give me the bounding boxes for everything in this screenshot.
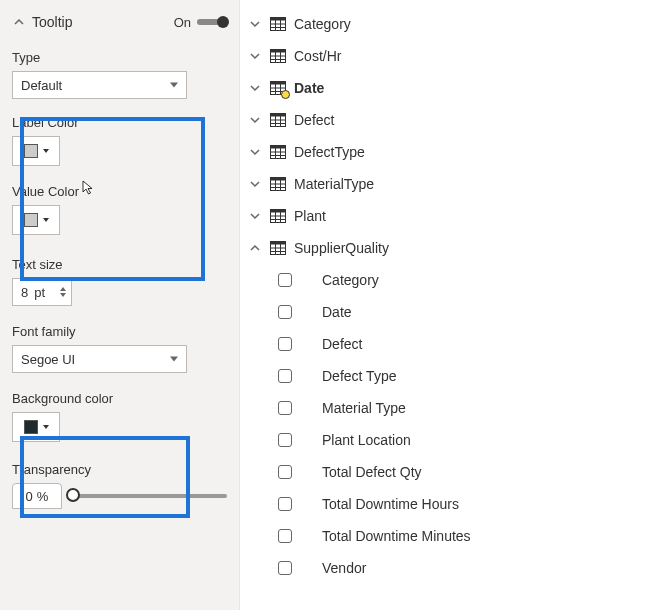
toggle-track xyxy=(197,19,227,25)
transparency-input[interactable]: 0 % xyxy=(12,483,62,509)
table-name: Defect xyxy=(294,112,334,128)
transparency-unit: % xyxy=(37,489,49,504)
field-row[interactable]: Total Defect Qty xyxy=(240,456,648,488)
type-select[interactable]: Default xyxy=(12,71,187,99)
type-value: Default xyxy=(21,78,62,93)
field-name: Total Defect Qty xyxy=(322,464,422,480)
value-color-swatch xyxy=(24,213,38,227)
table-name: MaterialType xyxy=(294,176,374,192)
bg-color-swatch xyxy=(24,420,38,434)
table-row[interactable]: SupplierQuality xyxy=(240,232,648,264)
font-family-select[interactable]: Segoe UI xyxy=(12,345,187,373)
field-row[interactable]: Category xyxy=(240,264,648,296)
field-name: Vendor xyxy=(322,560,366,576)
field-row[interactable]: Defect xyxy=(240,328,648,360)
table-name: Cost/Hr xyxy=(294,48,341,64)
text-size-input[interactable]: 8 pt xyxy=(12,278,72,306)
table-icon xyxy=(270,49,286,63)
table-icon xyxy=(270,241,286,255)
label-color-picker[interactable] xyxy=(12,136,60,166)
table-icon xyxy=(270,113,286,127)
table-icon xyxy=(270,81,286,95)
text-size-value: 8 xyxy=(21,285,28,300)
chevron-up-icon xyxy=(248,241,262,255)
svg-rect-1 xyxy=(271,18,286,21)
field-checkbox[interactable] xyxy=(278,337,292,351)
section-title: Tooltip xyxy=(32,14,174,30)
table-icon xyxy=(270,145,286,159)
bg-color-label: Background color xyxy=(12,391,227,406)
fields-pane: Category Cost/Hr Date D xyxy=(240,0,648,610)
chevron-down-icon xyxy=(248,209,262,223)
svg-rect-25 xyxy=(271,146,286,149)
field-checkbox[interactable] xyxy=(278,401,292,415)
table-name: Plant xyxy=(294,208,326,224)
text-size-unit: pt xyxy=(34,285,45,300)
table-row[interactable]: Cost/Hr xyxy=(240,40,648,72)
font-family-label: Font family xyxy=(12,324,227,339)
font-family-value: Segoe UI xyxy=(21,352,75,367)
chevron-down-icon xyxy=(248,113,262,127)
field-row[interactable]: Total Downtime Hours xyxy=(240,488,648,520)
chevron-down-icon xyxy=(248,17,262,31)
field-row[interactable]: Date xyxy=(240,296,648,328)
table-row[interactable]: Date xyxy=(240,72,648,104)
format-pane: Tooltip On Type Default Label Color Valu… xyxy=(0,0,240,610)
svg-rect-13 xyxy=(271,82,286,85)
field-name: Defect Type xyxy=(322,368,396,384)
field-checkbox[interactable] xyxy=(278,465,292,479)
toggle-knob xyxy=(217,16,229,28)
table-name: SupplierQuality xyxy=(294,240,389,256)
chevron-up-icon xyxy=(12,15,26,29)
label-color-label: Label Color xyxy=(12,115,227,130)
label-color-swatch xyxy=(24,144,38,158)
field-checkbox[interactable] xyxy=(278,561,292,575)
table-name: Date xyxy=(294,80,324,96)
field-row[interactable]: Defect Type xyxy=(240,360,648,392)
field-row[interactable]: Material Type xyxy=(240,392,648,424)
field-checkbox[interactable] xyxy=(278,369,292,383)
table-row[interactable]: DefectType xyxy=(240,136,648,168)
toggle-label: On xyxy=(174,15,191,30)
bg-color-picker[interactable] xyxy=(12,412,60,442)
svg-rect-37 xyxy=(271,210,286,213)
field-checkbox[interactable] xyxy=(278,273,292,287)
table-icon xyxy=(270,177,286,191)
field-checkbox[interactable] xyxy=(278,305,292,319)
field-name: Defect xyxy=(322,336,362,352)
field-row[interactable]: Plant Location xyxy=(240,424,648,456)
svg-rect-19 xyxy=(271,114,286,117)
caret-down-icon xyxy=(43,218,49,222)
transparency-slider[interactable] xyxy=(70,494,227,498)
text-size-stepper[interactable] xyxy=(57,281,69,303)
field-row[interactable]: Total Downtime Minutes xyxy=(240,520,648,552)
caret-down-icon xyxy=(43,425,49,429)
slider-knob[interactable] xyxy=(66,488,80,502)
field-name: Total Downtime Hours xyxy=(322,496,459,512)
table-row[interactable]: MaterialType xyxy=(240,168,648,200)
svg-rect-7 xyxy=(271,50,286,53)
chevron-down-icon xyxy=(248,49,262,63)
chevron-down-icon xyxy=(248,81,262,95)
tooltip-toggle[interactable]: On xyxy=(174,15,227,30)
table-row[interactable]: Plant xyxy=(240,200,648,232)
field-row[interactable]: Vendor xyxy=(240,552,648,584)
chevron-down-icon xyxy=(248,177,262,191)
table-name: Category xyxy=(294,16,351,32)
chevron-down-icon xyxy=(248,145,262,159)
svg-rect-43 xyxy=(271,242,286,245)
value-color-label: Value Color xyxy=(12,184,227,199)
svg-rect-31 xyxy=(271,178,286,181)
value-color-picker[interactable] xyxy=(12,205,60,235)
field-checkbox[interactable] xyxy=(278,497,292,511)
tooltip-section-header[interactable]: Tooltip On xyxy=(12,10,227,40)
field-checkbox[interactable] xyxy=(278,433,292,447)
field-checkbox[interactable] xyxy=(278,529,292,543)
field-name: Plant Location xyxy=(322,432,411,448)
table-icon xyxy=(270,209,286,223)
type-label: Type xyxy=(12,50,227,65)
table-row[interactable]: Defect xyxy=(240,104,648,136)
field-name: Category xyxy=(322,272,379,288)
caret-down-icon xyxy=(43,149,49,153)
table-row[interactable]: Category xyxy=(240,8,648,40)
